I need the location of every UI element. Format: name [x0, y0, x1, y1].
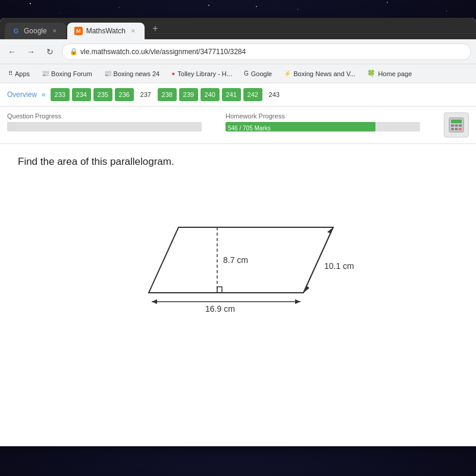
desktop: G Google ✕ M MathsWatch ✕ + ← → ↻ 🔒 vle.…	[0, 0, 476, 476]
svg-line-11	[303, 227, 333, 293]
svg-marker-15	[152, 299, 157, 304]
bookmark-boxing-forum[interactable]: 📰 Boxing Forum	[38, 69, 95, 79]
question-progress-fill	[7, 122, 17, 131]
bookmark-boxing-forum-label: Boxing Forum	[51, 70, 92, 77]
svg-marker-16	[295, 299, 300, 304]
nav-tab-234[interactable]: 234	[72, 88, 91, 101]
homework-progress-col: Homework Progress 546 / 705 Marks	[226, 112, 420, 131]
url-text: vle.mathswatch.co.uk/vle/assignment/3477…	[80, 48, 246, 56]
bookmarks-bar: ⠿ Apps 📰 Boxing Forum 📰 Boxing news 24 ●…	[0, 64, 476, 83]
lock-icon: 🔒	[70, 48, 78, 55]
tab-mathswatch-label: MathsWatch	[86, 27, 126, 35]
bookmark-tolley[interactable]: ● Tolley Library - H...	[168, 69, 236, 79]
slant-label: 10.1 cm	[324, 261, 354, 271]
bookmark-apps[interactable]: ⠿ Apps	[5, 69, 33, 79]
diagram-container: 8.7 cm 10.1 cm 16	[18, 186, 458, 317]
height-label: 8.7 cm	[223, 255, 248, 265]
nav-tab-233[interactable]: 233	[51, 88, 70, 101]
nav-arrow[interactable]: «	[42, 90, 46, 99]
svg-rect-1	[451, 120, 462, 123]
overview-link[interactable]: Overview	[7, 90, 37, 99]
nav-tab-241[interactable]: 241	[222, 88, 241, 101]
question-progress-bar	[7, 122, 202, 131]
nav-tab-235[interactable]: 235	[93, 88, 112, 101]
bookmark-boxing-news-v-label: Boxing News and V...	[293, 70, 355, 77]
svg-rect-5	[451, 128, 454, 130]
nav-tab-238[interactable]: 238	[158, 88, 177, 101]
nav-tab-243[interactable]: 243	[265, 88, 284, 101]
progress-section: Question Progress Homework Progress 546 …	[0, 107, 476, 144]
bookmark-apps-label: Apps	[15, 70, 30, 77]
homework-progress-bar: 546 / 705 Marks	[226, 122, 420, 131]
tab-google[interactable]: G Google ✕	[5, 23, 66, 39]
nav-tab-239[interactable]: 239	[179, 88, 198, 101]
nav-tab-237[interactable]: 237	[136, 88, 155, 101]
bookmark-boxing-news-label: Boxing news 24	[114, 70, 160, 77]
tab-google-close[interactable]: ✕	[51, 27, 59, 35]
assignment-nav: Overview « 233 234 235 236 237 238 239 2…	[0, 83, 476, 107]
browser-window: G Google ✕ M MathsWatch ✕ + ← → ↻ 🔒 vle.…	[0, 18, 476, 446]
svg-rect-7	[459, 128, 462, 130]
refresh-button[interactable]: ↻	[43, 45, 57, 59]
base-label: 16.9 cm	[205, 304, 235, 314]
mathswatch-favicon: M	[74, 27, 83, 35]
address-bar: ← → ↻ 🔒 vle.mathswatch.co.uk/vle/assignm…	[0, 39, 476, 64]
parallelogram-diagram: 8.7 cm 10.1 cm 16	[113, 186, 363, 317]
tab-google-label: Google	[24, 27, 47, 35]
homework-progress-label: Homework Progress	[226, 112, 420, 120]
tab-mathswatch-close[interactable]: ✕	[129, 27, 137, 35]
svg-rect-6	[455, 128, 458, 130]
address-input[interactable]: 🔒 vle.mathswatch.co.uk/vle/assignment/34…	[62, 43, 471, 60]
nav-tab-242[interactable]: 242	[243, 88, 262, 101]
svg-rect-3	[455, 124, 458, 127]
bookmark-boxing-news[interactable]: 📰 Boxing news 24	[101, 69, 164, 79]
svg-marker-13	[303, 286, 309, 293]
homework-progress-text: 546 / 705 Marks	[226, 125, 271, 131]
tab-bar: G Google ✕ M MathsWatch ✕ +	[0, 18, 476, 39]
forward-button[interactable]: →	[24, 45, 38, 59]
back-button[interactable]: ←	[5, 45, 19, 59]
google-favicon: G	[12, 27, 20, 35]
nav-tab-240[interactable]: 240	[201, 88, 220, 101]
bookmark-boxing-news-v[interactable]: ⚡ Boxing News and V...	[280, 69, 359, 79]
bookmark-tolley-label: Tolley Library - H...	[177, 70, 232, 77]
bookmark-home-label: Home page	[378, 70, 412, 77]
question-progress-col: Question Progress	[7, 112, 202, 131]
bookmark-google-label: Google	[251, 70, 272, 77]
question-area: Find the area of this parallelogram. 8	[0, 144, 476, 334]
svg-rect-2	[451, 124, 454, 127]
nav-tab-236[interactable]: 236	[115, 88, 134, 101]
tab-mathswatch[interactable]: M MathsWatch ✕	[67, 23, 145, 39]
main-content: Overview « 233 234 235 236 237 238 239 2…	[0, 83, 476, 446]
question-text: Find the area of this parallelogram.	[18, 156, 458, 168]
svg-rect-4	[459, 124, 462, 127]
question-progress-label: Question Progress	[7, 112, 202, 120]
bookmark-home[interactable]: 🍀 Home page	[364, 68, 415, 79]
calculator-button[interactable]	[444, 112, 469, 137]
homework-progress-fill: 546 / 705 Marks	[226, 122, 375, 131]
bookmark-google[interactable]: G Google	[240, 69, 275, 79]
new-tab-button[interactable]: +	[148, 21, 162, 36]
svg-rect-10	[217, 287, 222, 293]
